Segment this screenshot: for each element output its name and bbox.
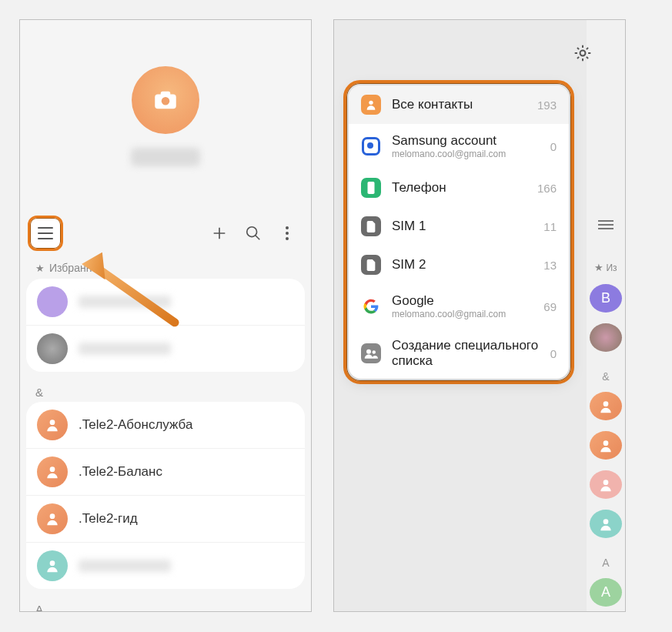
svg-point-11: [603, 519, 609, 524]
account-sub: melomano.cool@gmail.com: [392, 309, 533, 319]
section-letter: A: [20, 597, 311, 612]
person-icon: [45, 417, 60, 433]
account-count: 69: [543, 300, 557, 313]
avatar: [37, 286, 68, 317]
account-title: Все контакты: [392, 97, 527, 112]
favorites-label: Избранное: [49, 262, 104, 274]
account-title: Google: [392, 293, 533, 309]
section-letter: &: [602, 370, 609, 383]
list-item[interactable]: [26, 325, 305, 372]
contact-name-blurred: [79, 296, 171, 308]
profile-avatar[interactable]: [132, 66, 199, 134]
avatar: [37, 333, 68, 364]
person-icon: [598, 438, 613, 453]
favorites-card: [26, 279, 305, 372]
star-icon: ★: [35, 262, 45, 274]
svg-point-13: [369, 101, 373, 105]
svg-rect-1: [161, 92, 171, 96]
hamburger-icon: [38, 227, 53, 239]
search-button[interactable]: [245, 225, 262, 242]
list-item[interactable]: [26, 542, 305, 589]
account-item-google[interactable]: Google melomano.cool@gmail.com 69: [349, 284, 569, 329]
avatar: A: [590, 578, 622, 607]
svg-point-7: [50, 560, 55, 566]
gear-icon: [573, 43, 593, 63]
phone-icon: [361, 178, 381, 198]
svg-point-16: [373, 351, 376, 355]
list-item[interactable]: .Tele2-гид: [26, 495, 305, 542]
add-button[interactable]: [211, 225, 228, 242]
google-icon: [361, 296, 381, 316]
account-item-all[interactable]: Все контакты 193: [349, 85, 569, 124]
svg-point-2: [162, 97, 170, 105]
sim-icon: [361, 255, 381, 275]
section-letter: A: [602, 557, 609, 569]
person-icon: [598, 517, 613, 532]
person-icon: [598, 477, 613, 493]
contact-name-blurred: [79, 560, 171, 572]
account-count: 0: [550, 347, 557, 360]
avatar: [590, 510, 622, 538]
accounts-panel-highlight: Все контакты 193 Samsung account meloman…: [343, 80, 574, 384]
avatar: [37, 456, 68, 487]
camera-icon: [154, 90, 177, 110]
person-icon: [45, 558, 60, 573]
profile-header: [20, 20, 311, 212]
menu-button[interactable]: [28, 216, 63, 251]
account-item-sim2[interactable]: SIM 2 13: [349, 246, 569, 284]
contact-name: .Tele2-Абонслужба: [79, 417, 192, 433]
avatar: [37, 550, 68, 581]
svg-point-4: [50, 420, 55, 425]
account-title: Телефон: [392, 180, 527, 196]
contact-name: .Tele2-гид: [79, 511, 138, 527]
person-icon: [598, 399, 613, 414]
avatar: [37, 503, 68, 534]
background-contacts-strip: ★ Из В & A A: [587, 20, 625, 611]
star-icon: ★: [594, 262, 603, 273]
list-item[interactable]: [26, 279, 305, 325]
svg-point-6: [50, 513, 55, 519]
contact-name: .Tele2-Баланс: [79, 464, 162, 480]
account-item-sim1[interactable]: SIM 1 11: [349, 207, 569, 246]
plus-icon: [211, 225, 228, 242]
contact-name-blurred: [79, 343, 171, 355]
toolbar: [20, 212, 311, 254]
group-icon: [361, 343, 381, 363]
sim-icon: [361, 216, 381, 236]
account-sub: melomano.cool@gmail.com: [392, 149, 540, 159]
person-icon: [45, 511, 60, 527]
account-count: 166: [537, 182, 557, 195]
profile-name-blurred: [131, 148, 200, 166]
accounts-panel: Все контакты 193 Samsung account meloman…: [349, 85, 569, 379]
svg-point-5: [50, 466, 55, 472]
avatar: [590, 470, 622, 499]
svg-point-3: [247, 227, 257, 237]
samsung-icon: [361, 136, 381, 156]
avatar: [37, 410, 68, 440]
account-count: 11: [543, 220, 557, 233]
account-item-create-list[interactable]: Создание специального списка 0: [349, 329, 569, 379]
svg-point-10: [603, 480, 609, 485]
account-title: Samsung account: [392, 133, 540, 149]
svg-rect-14: [368, 182, 375, 194]
list-item[interactable]: .Tele2-Баланс: [26, 448, 305, 495]
more-icon: [286, 226, 289, 240]
favorites-header: ★ Избранное: [20, 254, 311, 279]
account-item-samsung[interactable]: Samsung account melomano.cool@gmail.com …: [349, 124, 569, 169]
svg-point-15: [366, 349, 371, 354]
account-item-phone[interactable]: Телефон 166: [349, 169, 569, 207]
search-icon: [245, 225, 262, 242]
avatar: В: [590, 284, 622, 313]
more-button[interactable]: [279, 225, 296, 242]
account-title: Создание специального списка: [392, 338, 540, 370]
contacts-card-amp: .Tele2-Абонслужба .Tele2-Баланс .Tele2-г…: [26, 402, 305, 589]
list-item[interactable]: .Tele2-Абонслужба: [26, 402, 305, 448]
account-count: 13: [543, 259, 557, 272]
settings-button[interactable]: [573, 43, 593, 63]
phone-right-menu: ★ Из В & A A: [333, 19, 626, 612]
account-count: 0: [550, 140, 557, 153]
svg-point-9: [603, 440, 609, 446]
person-icon: [45, 464, 60, 480]
account-count: 193: [537, 99, 557, 112]
favorites-label-bg: ★ Из: [594, 262, 617, 273]
